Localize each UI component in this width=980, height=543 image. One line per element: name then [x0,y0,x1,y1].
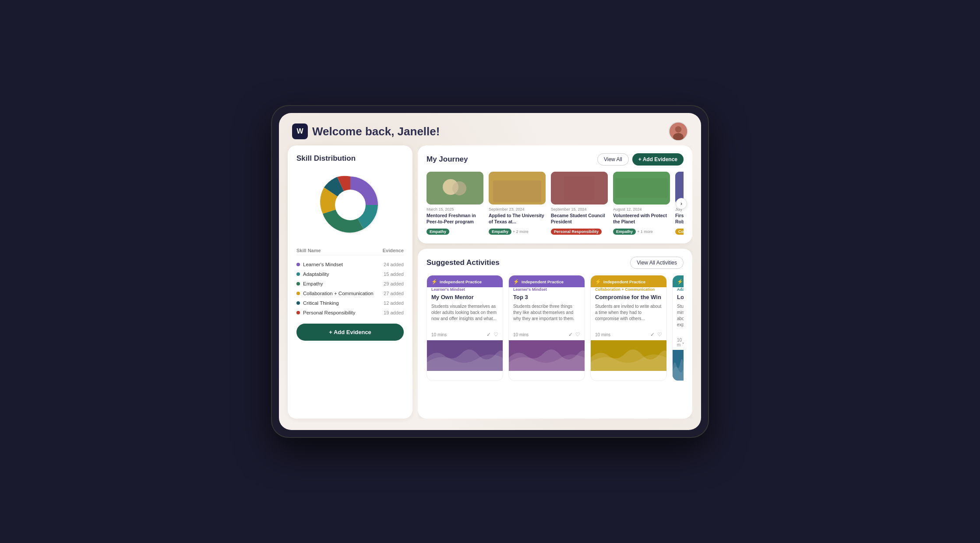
activities-title: Suggested Activities [427,258,500,267]
journey-add-evidence-button[interactable]: + Add Evidence [632,153,684,166]
journey-card-tags: Empathy+ 1 more [613,227,670,236]
activity-card-body: Learner's Mindset Top 3 Students describ… [509,287,585,329]
skills-rows: Learner's Mindset 24 added Adaptability … [296,260,404,317]
skills-table-header: Skill Name Evidence [296,248,404,255]
activity-check-button[interactable]: ✓ [486,331,491,338]
activity-check-button[interactable]: ✓ [568,331,573,338]
activity-description: Students describe three things they like… [513,303,580,322]
tablet-frame: W Welcome back, Janelle! Skill Distribut [271,105,709,438]
svg-point-8 [452,181,466,195]
svg-point-2 [673,133,684,141]
activity-img-svg [427,340,503,371]
skill-panel: Skill Distribution [288,145,412,419]
activity-img-svg [509,340,585,371]
skill-name: Adaptability [296,272,329,277]
skill-row: Collaboration + Communication 27 added [296,289,404,298]
journey-card[interactable]: March 15, 2025 Mentored Freshman in Peer… [427,172,483,236]
header-left: W Welcome back, Janelle! [292,123,440,139]
activity-footer: 10 mins ✓ ♡ [427,329,503,340]
journey-img-svg [551,172,608,205]
journey-card-title: Became Student Council President [551,213,608,225]
skills-table: Skill Name Evidence Learner's Mindset 24… [296,248,404,317]
activity-card-header: ⚡ In... [673,275,684,287]
activity-card-image [591,340,666,371]
skill-row: Learner's Mindset 24 added [296,260,404,269]
journey-next-button[interactable]: › [676,198,687,209]
journey-card[interactable]: August 12, 2024 Volunteered with Protect… [613,172,670,236]
activity-check-button[interactable]: ✓ [682,339,684,346]
journey-card-image [551,172,608,205]
view-all-activities-button[interactable]: View All Activities [630,257,684,269]
journey-carousel: March 15, 2025 Mentored Freshman in Peer… [427,172,684,236]
activity-card-header: ⚡ Independent Practice [427,275,503,287]
skill-color-dot [296,311,300,314]
right-panel: My Journey View All + Add Evidence [418,145,692,419]
skill-name: Empathy [296,281,323,286]
activity-card[interactable]: ⚡ Independent Practice Learner's Mindset… [427,275,503,381]
journey-title: My Journey [427,155,468,164]
activity-card[interactable]: ⚡ Independent Practice Collaboration + C… [590,275,667,381]
activity-card[interactable]: ⚡ Independent Practice Learner's Mindset… [508,275,585,381]
avatar[interactable] [669,122,688,141]
activity-description: Stu... min... abo... exp... [677,303,684,328]
journey-card-image [489,172,546,205]
avatar-image [670,122,687,141]
skill-color-dot [296,301,300,305]
activity-description: Students visualize themselves as older a… [431,303,498,322]
skill-row: Adaptability 15 added [296,269,404,279]
svg-rect-10 [493,180,541,202]
journey-date: March 15, 2025 [427,207,483,212]
activity-actions: ✓ ♡ [486,331,498,338]
journey-view-all-button[interactable]: View All [597,153,629,166]
skill-evidence-count: 29 added [384,281,404,286]
skill-tag: Collaboration [675,229,684,235]
journey-header: My Journey View All + Add Evidence [427,153,684,166]
activity-heart-button[interactable]: ♡ [494,331,498,338]
activities-header: Suggested Activities View All Activities [427,257,684,269]
pie-container [296,170,404,240]
activity-type-label: Independent Practice [603,279,645,284]
activity-card-body: Ada... Lo... Stu... min... abo... exp... [673,287,684,335]
activity-footer: 10 mins ✓ ♡ [591,329,666,340]
activity-card-image [673,350,684,381]
journey-card-tags: Personal Responsibility [551,227,608,236]
journey-section: My Journey View All + Add Evidence [418,145,692,243]
logo-icon: W [292,123,308,139]
journey-card[interactable]: September 15, 2024 Became Student Counci… [551,172,608,236]
app-content: W Welcome back, Janelle! Skill Distribut [279,113,701,430]
activity-heart-button[interactable]: ♡ [575,331,580,338]
journey-card-image [427,172,483,205]
activity-skill-tag: Learner's Mindset [431,287,498,292]
journey-img-svg [427,172,483,205]
skill-evidence-count: 19 added [384,310,404,315]
journey-card-tags: Empathy+ 2 more [489,227,546,236]
journey-card[interactable]: September 23, 2024 Applied to The Univer… [489,172,546,236]
activity-actions: ✓ ♡ [650,331,662,338]
activity-card[interactable]: ⚡ In... Ada... Lo... Stu... min... abo..… [672,275,684,381]
skill-row: Critical Thinking 12 added [296,298,404,308]
activity-img-svg [591,340,666,371]
activity-card-body: Collaboration + Communication Compromise… [591,287,666,329]
svg-rect-14 [615,178,668,198]
journey-card-image [613,172,670,205]
activity-card-header: ⚡ Independent Practice [591,275,666,287]
activity-skill-tag: Collaboration + Communication [595,287,662,292]
activity-type-icon: ⚡ [513,279,519,285]
add-evidence-button[interactable]: + Add Evidence [296,324,404,341]
skill-tag: Empathy [489,229,511,235]
activities-section: Suggested Activities View All Activities… [418,249,692,419]
activity-type-label: Independent Practice [522,279,564,284]
activity-heart-button[interactable]: ♡ [657,331,662,338]
journey-card-title: Volunteered with Protect the Planet [613,213,670,225]
journey-card-tags: Collaboration [675,227,684,236]
journey-card-title: First job at Baskin Robbins [675,213,684,225]
skill-name: Personal Responsibility [296,310,356,315]
svg-rect-12 [564,176,595,200]
journey-actions: View All + Add Evidence [597,153,684,166]
skill-color-dot [296,272,300,276]
activity-description: Students are invited to write about a ti… [595,303,662,322]
svg-point-1 [675,126,682,133]
activity-check-button[interactable]: ✓ [650,331,655,338]
activity-actions: ✓ ♡ [568,331,580,338]
journey-add-label: + Add Evidence [638,156,677,162]
